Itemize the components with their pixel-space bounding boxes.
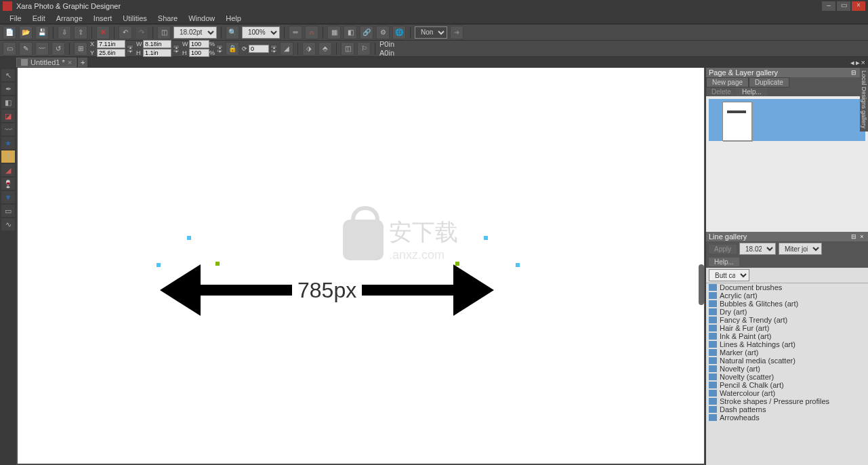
document-tab[interactable]: Untitled1 * × <box>16 58 77 67</box>
line-gallery-list[interactable]: Document brushes Acrylic (art) Bubbles &… <box>706 283 868 465</box>
arrow-shape[interactable]: 785px <box>160 264 494 316</box>
save-button[interactable]: 💾 <box>35 26 49 39</box>
open-file-button[interactable]: 📂 <box>19 26 33 39</box>
menu-help[interactable]: Help <box>222 14 245 22</box>
list-item[interactable]: Dash patterns <box>706 405 868 413</box>
menu-insert[interactable]: Insert <box>89 14 117 22</box>
snap-button[interactable]: ∩ <box>305 26 318 39</box>
pct-down[interactable]: ▾ <box>216 49 223 53</box>
selection-handle[interactable] <box>516 263 520 267</box>
hp-input[interactable] <box>189 49 209 57</box>
go-button[interactable]: ➜ <box>450 26 463 39</box>
selection-handle[interactable] <box>484 236 488 240</box>
bezier-tool[interactable]: ∿ <box>1 218 15 230</box>
new-tab-button[interactable]: + <box>78 58 87 67</box>
zoom-tool-button[interactable]: 🔍 <box>226 26 239 39</box>
list-item[interactable]: Hair & Fur (art) <box>706 324 868 332</box>
line-join-select[interactable]: Miter join <box>779 243 822 255</box>
selector-tool[interactable]: ↖ <box>1 69 15 81</box>
drop-tool[interactable]: 🍷 <box>1 178 15 190</box>
wh-down[interactable]: ▾ <box>173 49 180 53</box>
x-input[interactable] <box>97 40 125 48</box>
export-button[interactable]: ⇪ <box>74 26 87 39</box>
canvas[interactable]: 安下载 .anxz.com 785px <box>18 68 704 464</box>
menu-window[interactable]: Window <box>184 14 219 22</box>
names-button[interactable]: ◧ <box>344 26 357 39</box>
close-tab-icon[interactable]: × <box>68 58 72 66</box>
list-item[interactable]: Natural media (scatter) <box>706 357 868 365</box>
y-input[interactable] <box>97 49 125 57</box>
skew-button[interactable]: ◢ <box>280 42 293 56</box>
quality-button[interactable]: ═ <box>289 26 302 39</box>
curve-button[interactable]: 〰 <box>35 42 49 56</box>
list-item[interactable]: Stroke shapes / Pressure profiles <box>706 397 868 405</box>
line-help-button[interactable]: Help... <box>709 258 739 266</box>
freehand-button[interactable]: ✎ <box>19 42 33 56</box>
page-panel-header[interactable]: Page & Layer gallery ⊟ × <box>706 68 868 77</box>
flip-h-button[interactable]: ⬗ <box>302 42 316 56</box>
list-item[interactable]: Acrylic (art) <box>706 291 868 300</box>
options-button[interactable]: ⚐ <box>357 42 371 56</box>
delete-button[interactable]: ✕ <box>96 26 110 39</box>
zoom-select[interactable]: 100% <box>242 26 280 39</box>
list-item[interactable]: Novelty (scatter) <box>706 373 868 381</box>
rot-down[interactable]: ▾ <box>270 49 277 53</box>
page-thumb-area[interactable] <box>706 96 868 232</box>
selection-handle[interactable] <box>187 236 191 240</box>
minimize-button[interactable]: – <box>822 1 835 11</box>
clone-button[interactable]: ◫ <box>157 26 171 39</box>
align-button[interactable]: ▦ <box>327 26 341 39</box>
h-input[interactable] <box>143 49 171 57</box>
pin-icon[interactable]: ⊟ <box>850 69 857 76</box>
line-cap-select[interactable]: Butt cap <box>709 269 749 281</box>
panel-close-icon[interactable]: × <box>859 233 865 240</box>
duplicate-button[interactable]: Duplicate <box>749 77 789 87</box>
selection-handle[interactable] <box>157 263 161 267</box>
shape-tool[interactable]: ★ <box>1 137 15 149</box>
line-tool[interactable]: 〰 <box>1 123 15 136</box>
link-button[interactable]: 🔗 <box>360 26 373 39</box>
list-item[interactable]: Bubbles & Glitches (art) <box>706 300 868 308</box>
list-item[interactable]: Marker (art) <box>706 348 868 357</box>
list-item[interactable]: Novelty (art) <box>706 365 868 373</box>
page-thumbnail[interactable] <box>722 102 752 141</box>
tab-nav-right[interactable]: ▸ <box>856 58 860 67</box>
menu-edit[interactable]: Edit <box>28 14 49 22</box>
text-tool[interactable]: T <box>1 150 15 163</box>
eraser-tool[interactable]: ◪ <box>1 110 15 122</box>
w-input[interactable] <box>143 40 171 48</box>
rectangle-tool[interactable]: ▭ <box>1 205 15 217</box>
photo-tool[interactable]: ◧ <box>1 96 15 108</box>
pen-tool[interactable]: ✒ <box>1 83 15 95</box>
fill-tool[interactable]: ◢ <box>1 164 15 176</box>
edit-handle[interactable] <box>455 262 459 266</box>
apply-button[interactable]: Apply <box>709 245 737 254</box>
menu-share[interactable]: Share <box>154 14 182 22</box>
menu-file[interactable]: File <box>5 14 26 22</box>
vertical-scrollbar[interactable] <box>699 264 704 305</box>
menu-arrange[interactable]: Arrange <box>52 14 87 22</box>
pin-icon[interactable]: ⊟ <box>850 233 857 240</box>
scale-line-button[interactable]: ◫ <box>341 42 354 56</box>
close-button[interactable]: × <box>852 1 865 11</box>
web-button[interactable]: ⚙ <box>376 26 390 39</box>
maximize-button[interactable]: ▭ <box>837 1 850 11</box>
menu-utilities[interactable]: Utilities <box>119 14 150 22</box>
page-help-button[interactable]: Help... <box>737 87 767 96</box>
line-panel-header[interactable]: Line gallery ⊟ × <box>706 232 868 241</box>
wp-input[interactable] <box>189 40 209 48</box>
list-item[interactable]: Document brushes <box>706 283 868 291</box>
list-item[interactable]: Pencil & Chalk (art) <box>706 381 868 389</box>
xy-down[interactable]: ▾ <box>127 49 133 53</box>
canvas-area[interactable]: 安下载 .anxz.com 785px <box>16 68 705 465</box>
new-page-button[interactable]: New page <box>706 77 749 87</box>
undo-button[interactable]: ↶ <box>119 26 132 39</box>
transparency-tool[interactable]: ▼ <box>1 191 15 203</box>
import-button[interactable]: ⇩ <box>58 26 71 39</box>
lock-aspect-button[interactable]: 🔒 <box>226 42 239 56</box>
list-item[interactable]: Ink & Paint (art) <box>706 332 868 340</box>
list-item[interactable]: Lines & Hatchings (art) <box>706 340 868 348</box>
edit-handle[interactable] <box>215 262 220 266</box>
fill-select[interactable]: None <box>415 26 447 39</box>
tab-close-all[interactable]: × <box>861 58 865 67</box>
